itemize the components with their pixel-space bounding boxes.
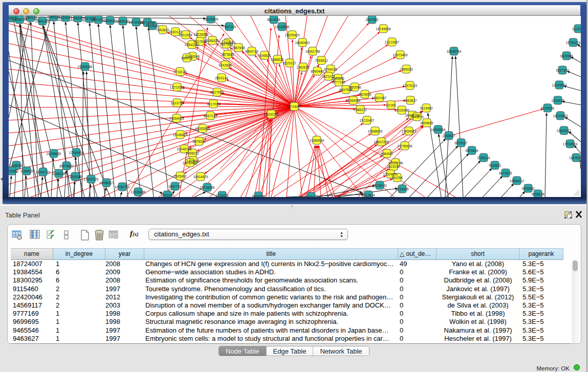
svg-text:8990448: 8990448 (311, 70, 324, 73)
svg-text:10973493: 10973493 (393, 53, 408, 57)
svg-text:1610755: 1610755 (170, 101, 184, 105)
svg-text:16782759: 16782759 (115, 185, 130, 189)
svg-text:7515526: 7515526 (146, 24, 159, 28)
svg-text:16210643: 16210643 (553, 114, 568, 118)
svg-text:989013: 989013 (181, 56, 192, 60)
svg-text:5878334: 5878334 (192, 140, 206, 143)
svg-text:5498222: 5498222 (186, 151, 199, 155)
svg-text:12505185: 12505185 (68, 175, 83, 179)
svg-text:13325419: 13325419 (285, 33, 300, 37)
svg-text:6794028: 6794028 (324, 68, 337, 71)
svg-text:19654923: 19654923 (402, 129, 417, 133)
svg-text:30975887: 30975887 (59, 164, 74, 168)
svg-text:14099489: 14099489 (183, 161, 198, 165)
svg-text:1065326: 1065326 (47, 16, 60, 19)
svg-text:62160: 62160 (386, 103, 396, 107)
svg-text:17016504: 17016504 (563, 142, 578, 146)
svg-text:12975115: 12975115 (403, 84, 418, 87)
svg-text:8267130: 8267130 (204, 114, 217, 118)
svg-text:12353594: 12353594 (195, 127, 210, 130)
svg-text:3624554: 3624554 (358, 93, 372, 96)
svg-text:12093873: 12093873 (552, 83, 567, 87)
svg-text:16914479: 16914479 (193, 175, 208, 179)
svg-text:1413614: 1413614 (362, 193, 375, 197)
svg-text:1527602: 1527602 (92, 18, 105, 21)
svg-text:9657791: 9657791 (168, 185, 182, 188)
svg-text:12213369: 12213369 (170, 85, 185, 89)
svg-text:20691406: 20691406 (35, 19, 50, 23)
svg-text:16543382: 16543382 (185, 43, 200, 47)
svg-text:8220317: 8220317 (283, 61, 296, 65)
svg-text:2718126: 2718126 (173, 70, 187, 74)
svg-text:6966160: 6966160 (116, 19, 129, 23)
svg-text:12923486: 12923486 (131, 190, 146, 194)
svg-text:9115460: 9115460 (420, 106, 433, 110)
svg-text:15720407: 15720407 (360, 119, 375, 122)
svg-text:7485063: 7485063 (400, 68, 413, 71)
svg-text:12213967: 12213967 (385, 40, 400, 44)
svg-text:2649575: 2649575 (410, 115, 424, 119)
svg-text:15692971: 15692971 (557, 129, 572, 133)
svg-text:19654925: 19654925 (169, 117, 184, 120)
svg-text:9884067: 9884067 (380, 152, 394, 156)
svg-text:6879197: 6879197 (454, 141, 468, 145)
svg-text:6966160: 6966160 (103, 19, 117, 23)
svg-text:18300295: 18300295 (264, 113, 279, 116)
svg-text:10654112: 10654112 (510, 179, 525, 183)
svg-text:9245652: 9245652 (521, 187, 535, 190)
svg-text:11675330: 11675330 (569, 156, 581, 160)
svg-text:1938927: 1938927 (442, 134, 455, 138)
svg-text:9329966: 9329966 (560, 54, 573, 58)
svg-text:8186328: 8186328 (206, 39, 219, 42)
svg-text:17359924: 17359924 (69, 151, 84, 155)
svg-text:2087682: 2087682 (365, 18, 379, 21)
svg-text:7462066: 7462066 (348, 85, 361, 89)
svg-text:8471676: 8471676 (499, 171, 512, 175)
svg-text:9777169: 9777169 (332, 80, 345, 84)
svg-text:8215958: 8215958 (541, 106, 554, 110)
svg-text:9699695: 9699695 (420, 121, 433, 125)
svg-text:9474444: 9474444 (465, 149, 478, 152)
svg-text:10958117: 10958117 (99, 181, 114, 185)
svg-text:10688609: 10688609 (368, 129, 383, 133)
svg-text:19218506: 19218506 (275, 25, 290, 29)
svg-text:1588520: 1588520 (271, 58, 284, 61)
svg-text:16409354: 16409354 (431, 128, 446, 132)
svg-text:252254: 252254 (391, 176, 403, 180)
svg-text:2867608: 2867608 (232, 46, 245, 50)
svg-text:9463000: 9463000 (252, 194, 265, 198)
svg-text:7632621: 7632621 (488, 164, 502, 167)
svg-text:18226058: 18226058 (194, 33, 209, 36)
svg-text:9463627: 9463627 (404, 99, 417, 102)
svg-text:1244415: 1244415 (551, 99, 564, 102)
svg-text:20206535: 20206535 (47, 152, 61, 156)
svg-text:1733426: 1733426 (396, 187, 409, 191)
svg-text:9227342: 9227342 (556, 69, 569, 72)
svg-text:19384554: 19384554 (310, 139, 324, 142)
svg-text:2803144: 2803144 (215, 76, 228, 80)
svg-text:16648784: 16648784 (447, 50, 462, 53)
svg-text:7625402: 7625402 (173, 174, 187, 178)
svg-text:9242848: 9242848 (219, 63, 232, 67)
svg-text:8427552: 8427552 (210, 91, 224, 94)
svg-text:1145194: 1145194 (53, 172, 66, 176)
svg-text:14136141: 14136141 (373, 184, 387, 187)
svg-text:7986372: 7986372 (354, 108, 367, 112)
svg-text:3875685: 3875685 (221, 53, 234, 56)
svg-text:17957225: 17957225 (84, 178, 99, 181)
svg-text:1615152: 1615152 (387, 165, 400, 168)
svg-text:10025458: 10025458 (395, 108, 409, 112)
svg-text:18807299: 18807299 (374, 140, 389, 144)
svg-text:19166829: 19166829 (173, 133, 188, 137)
svg-text:15716485: 15716485 (200, 186, 215, 189)
svg-text:3915909: 3915909 (9, 169, 18, 173)
svg-text:16640910: 16640910 (295, 41, 310, 45)
svg-text:8912954: 8912954 (179, 33, 192, 37)
svg-text:15751074: 15751074 (566, 41, 581, 45)
svg-text:1112233: 1112233 (572, 27, 581, 31)
svg-text:3017006: 3017006 (207, 102, 220, 106)
svg-text:8813054: 8813054 (267, 18, 280, 21)
svg-text:10046768: 10046768 (177, 147, 192, 151)
svg-text:1362615: 1362615 (296, 65, 310, 69)
svg-text:16154808: 16154808 (376, 27, 391, 31)
